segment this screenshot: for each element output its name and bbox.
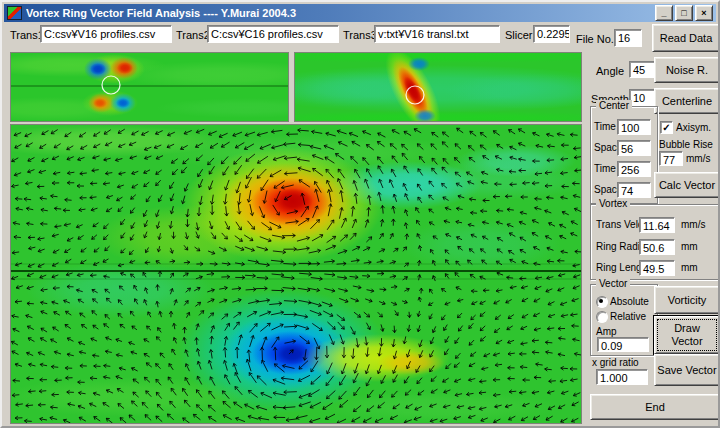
- trans1-label: Trans1: [10, 29, 44, 41]
- relative-radio[interactable]: [596, 311, 608, 323]
- slicer-field[interactable]: 0.2295: [533, 25, 570, 43]
- vortex-group-legend: Vortex: [596, 198, 630, 209]
- angle-label: Angle: [596, 65, 624, 77]
- bubble-rise-label: Bubble Rise: [659, 139, 713, 150]
- bubble-rise-field[interactable]: 77: [659, 151, 683, 166]
- absolute-label: Absolute: [610, 296, 649, 307]
- app-icon: [7, 6, 22, 20]
- relative-label: Relative: [610, 311, 646, 322]
- vector-group-legend: Vector: [596, 278, 630, 289]
- center-time2-label: Time: [594, 163, 616, 174]
- centerline-button[interactable]: Centerline: [654, 88, 720, 114]
- center-group-legend: Center: [596, 100, 632, 111]
- vector-group: Vector Absolute Relative Amp 0.09: [590, 284, 658, 356]
- ring-radius-unit: mm: [681, 241, 698, 252]
- axisym-checkbox[interactable]: ✓: [660, 121, 673, 134]
- draw-vector-button[interactable]: Draw Vector: [654, 316, 720, 354]
- file-no-field[interactable]: 16: [614, 29, 642, 47]
- bubble-rise-unit: mm/s: [686, 153, 710, 164]
- vorticity-button[interactable]: Vorticity: [654, 286, 720, 314]
- trans1-field[interactable]: C:csv¥V16 profiles.csv: [40, 25, 172, 43]
- noise-r-button[interactable]: Noise R.: [654, 57, 720, 83]
- ring-length-field[interactable]: 49.5: [639, 260, 675, 276]
- close-button[interactable]: ×: [695, 5, 713, 21]
- amp-label: Amp: [596, 326, 617, 337]
- titlebar[interactable]: Vortex Ring Vector Field Analysis ---- Y…: [4, 4, 716, 22]
- ring-radius-field[interactable]: 50.6: [639, 239, 675, 255]
- save-vector-button[interactable]: Save Vector: [654, 354, 720, 386]
- minimize-button[interactable]: _: [655, 5, 673, 21]
- trans3-label: Trans3: [343, 29, 377, 41]
- checkmark-icon: ✓: [662, 123, 670, 133]
- vector-field-view: [10, 124, 582, 424]
- app-window: Vortex Ring Vector Field Analysis ---- Y…: [0, 0, 720, 428]
- window-title: Vortex Ring Vector Field Analysis ---- Y…: [26, 7, 653, 19]
- left-profile-heatmap: [10, 52, 289, 122]
- slicer-label: Slicer: [505, 29, 533, 41]
- grid-ratio-field[interactable]: 1.000: [596, 369, 648, 385]
- center-space1-field[interactable]: 56: [617, 140, 651, 156]
- right-profile-heatmap: [294, 52, 582, 122]
- read-data-button[interactable]: Read Data: [652, 24, 720, 52]
- trans3-field[interactable]: v:txt¥V16 transl.txt: [374, 25, 500, 43]
- center-time1-field[interactable]: 100: [617, 119, 651, 135]
- grid-ratio-label: x grid ratio: [592, 357, 639, 368]
- center-time1-label: Time: [594, 121, 616, 132]
- calc-vector-button[interactable]: Calc Vector: [654, 172, 720, 198]
- ring-length-unit: mm: [681, 262, 698, 273]
- axisym-label: Axisym.: [676, 122, 711, 133]
- center-space2-field[interactable]: 74: [617, 182, 651, 198]
- amp-field[interactable]: 0.09: [597, 337, 649, 352]
- center-time2-field[interactable]: 256: [617, 161, 651, 177]
- trans2-field[interactable]: C:csv¥C16 profiles.csv: [207, 25, 339, 43]
- end-button[interactable]: End: [590, 394, 720, 420]
- vortex-group: Vortex Trans Velo. 11.64 mm/s Ring Radiu…: [590, 204, 720, 280]
- file-no-label: File No.: [576, 33, 614, 45]
- trans-velo-field[interactable]: 11.64: [639, 217, 675, 233]
- trans2-label: Trans2: [176, 29, 210, 41]
- trans-velo-unit: mm/s: [681, 219, 705, 230]
- maximize-button[interactable]: □: [675, 5, 693, 21]
- absolute-radio[interactable]: [596, 296, 608, 308]
- center-group: Center Time 100 Space 56 Time 256 Space …: [590, 106, 658, 204]
